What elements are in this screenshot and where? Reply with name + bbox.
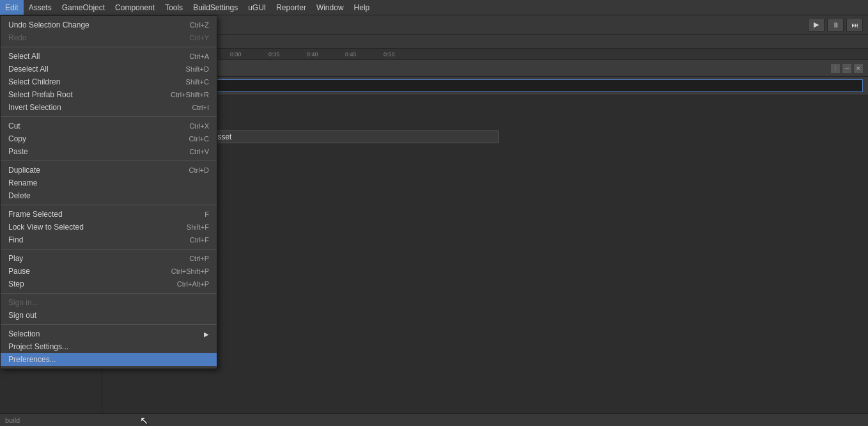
undo-label: Undo Selection Change (8, 20, 89, 29)
transport-controls: ▶ ⏸ ⏭ (808, 18, 863, 32)
selection-arrow-icon: ▶ (204, 331, 209, 338)
menu-reporter[interactable]: Reporter (271, 0, 311, 15)
separator-5 (1, 249, 217, 249)
pref-content-title: Git Tool (115, 106, 855, 120)
more-options-button[interactable]: ⋮ (831, 64, 840, 73)
signout-label: Sign out (8, 311, 36, 320)
menu-paste[interactable]: Paste Ctrl+V (1, 145, 217, 158)
frameselected-shortcut: F (205, 210, 209, 218)
step-label: Step (8, 280, 24, 288)
close-button[interactable]: ✕ (854, 64, 863, 73)
paste-shortcut: Ctrl+V (189, 148, 209, 155)
menu-step[interactable]: Step Ctrl+Alt+P (1, 278, 217, 290)
paste-label: Paste (8, 147, 28, 156)
frameselected-label: Frame Selected (8, 210, 63, 219)
menu-pause[interactable]: Pause Ctrl+Shift+P (1, 265, 217, 278)
cut-label: Cut (8, 122, 20, 130)
cut-shortcut: Ctrl+X (189, 122, 209, 130)
signin-label: Sign in... (8, 298, 38, 307)
pause-label: Pause (8, 267, 30, 276)
menu-signin: Sign in... (1, 296, 217, 309)
menu-selectchildren[interactable]: Select Children Shift+C (1, 75, 217, 88)
menu-redo: Redo Ctrl+Y (1, 31, 217, 44)
menu-bar: Edit Assets GameObject Component Tools B… (0, 0, 868, 15)
ruler-6: 0:30 (230, 51, 242, 58)
ruler-7: 0:35 (268, 51, 280, 58)
menu-selectprefabroot[interactable]: Select Prefab Root Ctrl+Shift+R (1, 88, 217, 101)
menu-selectall[interactable]: Select All Ctrl+A (1, 50, 217, 63)
menu-selection[interactable]: Selection ▶ (1, 327, 217, 340)
menu-rename[interactable]: Rename (1, 177, 217, 189)
menu-delete[interactable]: Delete (1, 189, 217, 202)
pause-shortcut: Ctrl+Shift+P (171, 267, 209, 275)
invertselection-label: Invert Selection (8, 103, 61, 112)
projectsettings-label: Project Settings... (8, 342, 68, 351)
status-text: build (5, 416, 20, 424)
separator-2 (1, 116, 217, 117)
asset-path-field (115, 130, 855, 143)
selectchildren-shortcut: Shift+C (186, 78, 209, 86)
menu-ugui[interactable]: uGUI (243, 0, 271, 15)
deselectall-shortcut: Shift+D (186, 65, 209, 73)
rename-label: Rename (8, 178, 37, 187)
play-shortcut: Ctrl+P (189, 255, 209, 262)
duplicate-shortcut: Ctrl+D (189, 166, 209, 174)
menu-deselectall[interactable]: Deselect All Shift+D (1, 63, 217, 75)
pause-button[interactable]: ⏸ (827, 18, 844, 32)
menu-assets[interactable]: Assets (24, 0, 57, 15)
menu-duplicate[interactable]: Duplicate Ctrl+D (1, 164, 217, 177)
separator-4 (1, 205, 217, 205)
step-button[interactable]: ⏭ (846, 18, 863, 32)
minimize-button[interactable]: ─ (842, 64, 851, 73)
menu-gameobject[interactable]: GameObject (57, 0, 110, 15)
window-buttons: ⋮ ─ ✕ (831, 64, 863, 73)
separator-3 (1, 161, 217, 161)
menu-preferences[interactable]: Preferences... (1, 353, 217, 366)
selection-label: Selection (8, 329, 40, 338)
menu-window[interactable]: Window (311, 0, 349, 15)
menu-cut[interactable]: Cut Ctrl+X (1, 120, 217, 132)
selectprefabroot-label: Select Prefab Root (8, 90, 73, 99)
show-warning-field: Show Warning: ✓ (115, 148, 855, 157)
status-bar: build (0, 413, 868, 426)
menu-lockview[interactable]: Lock View to Selected Shift+F (1, 221, 217, 233)
selectall-shortcut: Ctrl+A (189, 52, 209, 60)
menu-projectsettings[interactable]: Project Settings... (1, 340, 217, 353)
menu-tools[interactable]: Tools (160, 0, 188, 15)
separator-6 (1, 293, 217, 294)
menu-undo[interactable]: Undo Selection Change Ctrl+Z (1, 19, 217, 31)
menu-help[interactable]: Help (349, 0, 375, 15)
menu-edit[interactable]: Edit (0, 0, 24, 15)
menu-invertselection[interactable]: Invert Selection Ctrl+I (1, 101, 217, 114)
copy-label: Copy (8, 134, 26, 143)
delete-label: Delete (8, 191, 31, 200)
selectprefabroot-shortcut: Ctrl+Shift+R (171, 91, 209, 99)
undo-shortcut: Ctrl+Z (190, 21, 209, 29)
edit-dropdown-menu: Undo Selection Change Ctrl+Z Redo Ctrl+Y… (0, 15, 217, 369)
play-button[interactable]: ▶ (808, 18, 825, 32)
menu-play[interactable]: Play Ctrl+P (1, 252, 217, 265)
menu-find[interactable]: Find Ctrl+F (1, 233, 217, 246)
preferences-label: Preferences... (8, 355, 56, 364)
find-shortcut: Ctrl+F (190, 236, 209, 244)
lockview-label: Lock View to Selected (8, 223, 84, 232)
lockview-shortcut: Shift+F (187, 223, 209, 231)
play-label: Play (8, 254, 23, 263)
separator-7 (1, 324, 217, 325)
menu-frameselected[interactable]: Frame Selected F (1, 208, 217, 221)
deselectall-label: Deselect All (8, 65, 49, 74)
redo-shortcut: Ctrl+Y (189, 34, 209, 42)
invertselection-shortcut: Ctrl+I (192, 104, 209, 111)
menu-buildsettings[interactable]: BuildSettings (188, 0, 243, 15)
ruler-10: 0:50 (384, 51, 395, 58)
ruler-8: 0:40 (307, 51, 318, 58)
find-label: Find (8, 235, 23, 244)
menu-copy[interactable]: Copy Ctrl+C (1, 132, 217, 145)
selectall-label: Select All (8, 52, 40, 61)
step-shortcut: Ctrl+Alt+P (177, 280, 209, 288)
redo-label: Redo (8, 33, 27, 42)
menu-signout[interactable]: Sign out (1, 309, 217, 322)
duplicate-label: Duplicate (8, 166, 40, 175)
ruler-9: 0:45 (345, 51, 357, 58)
menu-component[interactable]: Component (110, 0, 160, 15)
